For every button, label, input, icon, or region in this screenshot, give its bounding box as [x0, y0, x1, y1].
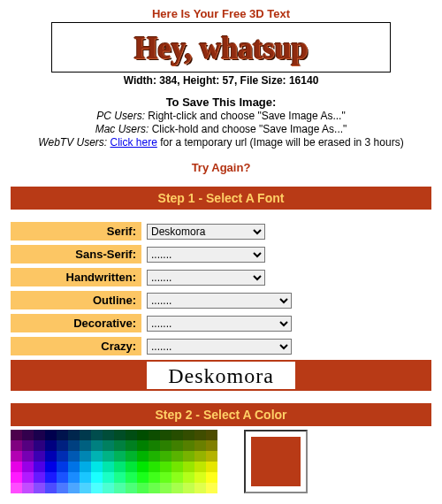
palette-cell[interactable]: [34, 483, 45, 493]
palette-cell[interactable]: [126, 483, 137, 493]
palette-cell[interactable]: [34, 430, 45, 440]
palette-cell[interactable]: [103, 462, 114, 472]
palette-cell[interactable]: [57, 472, 68, 483]
palette-cell[interactable]: [45, 430, 57, 440]
palette-cell[interactable]: [194, 451, 206, 462]
palette-cell[interactable]: [34, 462, 45, 472]
palette-cell[interactable]: [160, 483, 171, 493]
palette-cell[interactable]: [80, 462, 91, 472]
palette-cell[interactable]: [80, 440, 91, 451]
select-sans-serif[interactable]: .......: [147, 247, 265, 263]
palette-cell[interactable]: [91, 462, 103, 472]
palette-cell[interactable]: [57, 451, 68, 462]
palette-cell[interactable]: [80, 451, 91, 462]
palette-cell[interactable]: [183, 472, 194, 483]
palette-cell[interactable]: [149, 451, 160, 462]
palette-cell[interactable]: [114, 440, 126, 451]
palette-cell[interactable]: [149, 483, 160, 493]
palette-cell[interactable]: [22, 472, 34, 483]
palette-cell[interactable]: [160, 462, 171, 472]
palette-cell[interactable]: [194, 440, 206, 451]
palette-cell[interactable]: [57, 430, 68, 440]
palette-cell[interactable]: [183, 430, 194, 440]
palette-cell[interactable]: [22, 483, 34, 493]
palette-cell[interactable]: [149, 440, 160, 451]
palette-cell[interactable]: [22, 440, 34, 451]
palette-cell[interactable]: [103, 451, 114, 462]
palette-cell[interactable]: [171, 440, 183, 451]
palette-cell[interactable]: [68, 440, 80, 451]
palette-cell[interactable]: [11, 483, 22, 493]
palette-cell[interactable]: [57, 462, 68, 472]
select-decorative[interactable]: .......: [147, 316, 292, 332]
palette-cell[interactable]: [126, 440, 137, 451]
palette-cell[interactable]: [57, 440, 68, 451]
palette-cell[interactable]: [160, 430, 171, 440]
palette-cell[interactable]: [91, 472, 103, 483]
palette-cell[interactable]: [11, 462, 22, 472]
palette-cell[interactable]: [22, 451, 34, 462]
palette-cell[interactable]: [126, 451, 137, 462]
select-crazy[interactable]: .......: [147, 339, 292, 355]
palette-cell[interactable]: [22, 462, 34, 472]
palette-cell[interactable]: [80, 483, 91, 493]
palette-cell[interactable]: [91, 483, 103, 493]
palette-cell[interactable]: [103, 430, 114, 440]
palette-cell[interactable]: [45, 472, 57, 483]
palette-cell[interactable]: [160, 440, 171, 451]
palette-cell[interactable]: [126, 462, 137, 472]
palette-cell[interactable]: [68, 462, 80, 472]
palette-cell[interactable]: [91, 451, 103, 462]
webtv-temp-url-link[interactable]: Click here: [110, 136, 156, 149]
palette-cell[interactable]: [160, 451, 171, 462]
palette-cell[interactable]: [160, 472, 171, 483]
palette-cell[interactable]: [114, 462, 126, 472]
palette-cell[interactable]: [194, 430, 206, 440]
palette-cell[interactable]: [137, 430, 149, 440]
palette-cell[interactable]: [34, 440, 45, 451]
palette-cell[interactable]: [183, 451, 194, 462]
palette-cell[interactable]: [45, 451, 57, 462]
palette-cell[interactable]: [206, 483, 217, 493]
palette-cell[interactable]: [68, 430, 80, 440]
palette-cell[interactable]: [183, 462, 194, 472]
palette-cell[interactable]: [80, 430, 91, 440]
palette-cell[interactable]: [137, 483, 149, 493]
palette-cell[interactable]: [206, 462, 217, 472]
palette-cell[interactable]: [45, 483, 57, 493]
palette-cell[interactable]: [114, 430, 126, 440]
palette-cell[interactable]: [11, 451, 22, 462]
palette-cell[interactable]: [171, 472, 183, 483]
palette-cell[interactable]: [194, 462, 206, 472]
palette-cell[interactable]: [206, 451, 217, 462]
palette-cell[interactable]: [34, 472, 45, 483]
palette-cell[interactable]: [91, 440, 103, 451]
palette-cell[interactable]: [68, 483, 80, 493]
palette-cell[interactable]: [114, 483, 126, 493]
palette-cell[interactable]: [68, 472, 80, 483]
palette-cell[interactable]: [171, 483, 183, 493]
palette-cell[interactable]: [57, 483, 68, 493]
palette-cell[interactable]: [91, 430, 103, 440]
palette-cell[interactable]: [114, 472, 126, 483]
try-again-link[interactable]: Try Again?: [11, 161, 431, 174]
palette-cell[interactable]: [194, 483, 206, 493]
palette-cell[interactable]: [103, 483, 114, 493]
palette-cell[interactable]: [11, 430, 22, 440]
palette-cell[interactable]: [149, 430, 160, 440]
palette-cell[interactable]: [11, 472, 22, 483]
palette-cell[interactable]: [45, 440, 57, 451]
palette-cell[interactable]: [206, 430, 217, 440]
palette-cell[interactable]: [206, 440, 217, 451]
palette-cell[interactable]: [126, 472, 137, 483]
palette-cell[interactable]: [126, 430, 137, 440]
palette-cell[interactable]: [171, 430, 183, 440]
palette-cell[interactable]: [22, 430, 34, 440]
palette-cell[interactable]: [114, 451, 126, 462]
palette-cell[interactable]: [137, 472, 149, 483]
palette-cell[interactable]: [206, 472, 217, 483]
select-outline[interactable]: .......: [147, 293, 292, 309]
palette-cell[interactable]: [137, 451, 149, 462]
palette-cell[interactable]: [103, 440, 114, 451]
palette-cell[interactable]: [11, 440, 22, 451]
